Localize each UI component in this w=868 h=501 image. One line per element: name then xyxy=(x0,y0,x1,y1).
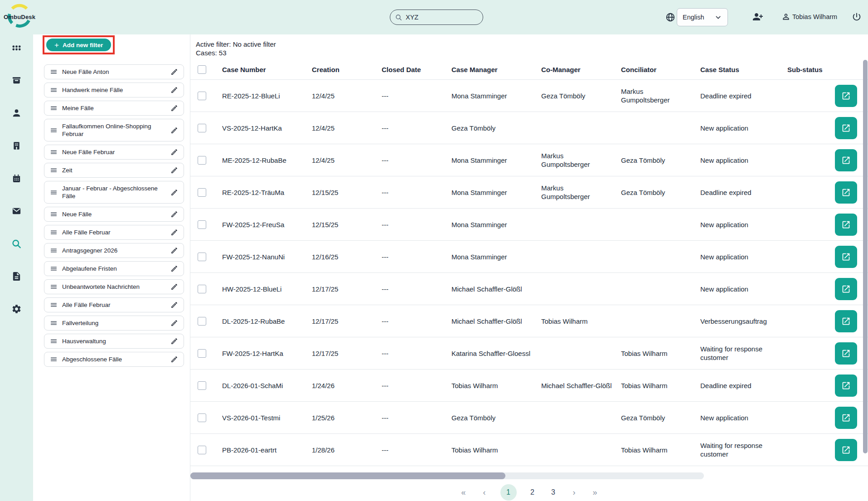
global-search[interactable] xyxy=(390,10,483,25)
building-icon[interactable] xyxy=(11,141,22,151)
add-user-icon[interactable] xyxy=(752,11,763,22)
filter-list-item[interactable]: Zeit xyxy=(44,163,184,178)
open-case-button[interactable] xyxy=(835,342,857,365)
table-row[interactable]: DL-2026-01-SchaMi 1/24/26 --- Tobias Wil… xyxy=(190,370,868,402)
drag-handle-icon[interactable] xyxy=(50,68,58,76)
row-checkbox[interactable] xyxy=(198,413,206,422)
filter-list-item[interactable]: Fallverteilung xyxy=(44,316,184,331)
drag-handle-icon[interactable] xyxy=(50,210,58,218)
drag-handle-icon[interactable] xyxy=(50,283,58,291)
table-row[interactable]: VS-2026-01-Testmi 1/25/26 --- Geza Tömbö… xyxy=(190,402,868,434)
row-checkbox[interactable] xyxy=(198,381,206,390)
language-select[interactable]: English xyxy=(677,8,728,26)
search-input[interactable] xyxy=(406,14,474,21)
edit-pencil-icon[interactable] xyxy=(170,166,178,174)
drag-handle-icon[interactable] xyxy=(50,265,58,272)
row-checkbox[interactable] xyxy=(198,285,206,293)
row-checkbox[interactable] xyxy=(198,188,206,197)
horizontal-scrollbar-thumb[interactable] xyxy=(190,472,505,479)
row-checkbox[interactable] xyxy=(198,253,206,261)
edit-pencil-icon[interactable] xyxy=(170,229,178,236)
add-new-filter-button[interactable]: + Add new filter xyxy=(46,39,111,51)
pagination-next-icon[interactable]: › xyxy=(569,488,579,497)
filter-list-item[interactable]: Antragsgegner 2026 xyxy=(44,243,184,258)
logout-power-icon[interactable] xyxy=(852,12,862,22)
filter-list-item[interactable]: Alle Fälle Februar xyxy=(44,225,184,240)
drag-handle-icon[interactable] xyxy=(50,319,58,327)
edit-pencil-icon[interactable] xyxy=(170,301,178,309)
app-logo[interactable]: OmbuDesk xyxy=(3,2,44,31)
pagination-page-2[interactable]: 2 xyxy=(528,488,538,496)
filter-list-item[interactable]: Fallaufkommen Online-Shopping Februar xyxy=(44,119,184,141)
col-header-closed-date[interactable]: Closed Date xyxy=(382,65,451,74)
col-header-co-manager[interactable]: Co-Manager xyxy=(541,65,621,74)
document-icon[interactable] xyxy=(11,271,22,282)
filter-list-item[interactable]: Meine Fälle xyxy=(44,101,184,116)
drag-handle-icon[interactable] xyxy=(50,229,58,236)
table-row[interactable]: FW-2025-12-FreuSa 12/15/25 --- Mona Stam… xyxy=(190,209,868,241)
edit-pencil-icon[interactable] xyxy=(170,148,178,156)
row-checkbox[interactable] xyxy=(198,220,206,229)
table-row[interactable]: DL-2025-12-RubaBe 12/17/25 --- Michael S… xyxy=(190,305,868,337)
col-header-creation[interactable]: Creation xyxy=(312,65,382,74)
pagination-last-icon[interactable]: » xyxy=(590,488,600,497)
drag-handle-icon[interactable] xyxy=(50,104,58,112)
edit-pencil-icon[interactable] xyxy=(170,247,178,254)
edit-pencil-icon[interactable] xyxy=(170,337,178,345)
filter-list-item[interactable]: Januar - Februar - Abgeschlossene Fälle xyxy=(44,181,184,204)
filter-list-item[interactable]: Neue Fälle xyxy=(44,207,184,222)
edit-pencil-icon[interactable] xyxy=(170,355,178,363)
table-row[interactable]: VS-2025-12-HartKa 12/4/25 --- Geza Tömbö… xyxy=(190,112,868,144)
open-case-button[interactable] xyxy=(835,439,857,461)
drag-handle-icon[interactable] xyxy=(50,355,58,363)
open-case-button[interactable] xyxy=(835,246,857,268)
table-row[interactable]: FW-2025-12-NanuNi 12/16/25 --- Mona Stam… xyxy=(190,241,868,273)
row-checkbox[interactable] xyxy=(198,156,206,165)
filter-list-item[interactable]: Unbeantwortete Nachrichten xyxy=(44,279,184,294)
select-all-checkbox[interactable] xyxy=(198,65,206,74)
pagination-first-icon[interactable]: « xyxy=(459,488,469,497)
row-checkbox[interactable] xyxy=(198,446,206,454)
filter-list-item[interactable]: Abgeschlossene Fälle xyxy=(44,352,184,367)
edit-pencil-icon[interactable] xyxy=(170,189,178,196)
calendar-icon[interactable] xyxy=(11,173,22,184)
open-case-button[interactable] xyxy=(835,375,857,397)
pagination-prev-icon[interactable]: ‹ xyxy=(480,488,490,497)
search-nav-icon[interactable] xyxy=(11,238,22,249)
pagination-page-1[interactable]: 1 xyxy=(500,484,517,501)
drag-handle-icon[interactable] xyxy=(50,337,58,345)
col-header-case-number[interactable]: Case Number xyxy=(222,65,312,74)
open-case-button[interactable] xyxy=(835,149,857,171)
row-checkbox[interactable] xyxy=(198,92,206,100)
col-header-case-manager[interactable]: Case Manager xyxy=(451,65,541,74)
drag-handle-icon[interactable] xyxy=(50,301,58,309)
table-row[interactable]: RE-2025-12-BlueLi 12/4/25 --- Mona Stamm… xyxy=(190,80,868,112)
apps-grid-icon[interactable] xyxy=(11,43,22,53)
drag-handle-icon[interactable] xyxy=(50,247,58,254)
col-header-sub-status[interactable]: Sub-status xyxy=(787,65,835,74)
open-case-button[interactable] xyxy=(835,117,857,139)
drag-handle-icon[interactable] xyxy=(50,166,58,174)
col-header-conciliator[interactable]: Conciliator xyxy=(621,65,700,74)
person-icon[interactable] xyxy=(11,108,22,118)
edit-pencil-icon[interactable] xyxy=(170,319,178,327)
open-case-button[interactable] xyxy=(835,181,857,204)
edit-pencil-icon[interactable] xyxy=(170,265,178,272)
table-row[interactable]: PB-2026-01-eartrt 1/28/26 --- Tobias Wil… xyxy=(190,434,868,466)
edit-pencil-icon[interactable] xyxy=(170,68,178,76)
globe-icon[interactable] xyxy=(665,12,675,22)
settings-gear-icon[interactable] xyxy=(11,304,22,314)
archive-box-icon[interactable] xyxy=(11,75,22,86)
edit-pencil-icon[interactable] xyxy=(170,210,178,218)
open-case-button[interactable] xyxy=(835,278,857,300)
mail-icon[interactable] xyxy=(11,206,22,216)
filter-list-item[interactable]: Neue Fälle Anton xyxy=(44,64,184,79)
edit-pencil-icon[interactable] xyxy=(170,86,178,94)
drag-handle-icon[interactable] xyxy=(50,189,58,196)
filter-list-item[interactable]: Abgelaufene Fristen xyxy=(44,261,184,276)
table-row[interactable]: RE-2025-12-TräuMa 12/15/25 --- Mona Stam… xyxy=(190,176,868,209)
edit-pencil-icon[interactable] xyxy=(170,126,178,134)
table-row[interactable]: FW-2025-12-HartKa 12/17/25 --- Katarina … xyxy=(190,337,868,370)
open-case-button[interactable] xyxy=(835,407,857,429)
row-checkbox[interactable] xyxy=(198,124,206,132)
